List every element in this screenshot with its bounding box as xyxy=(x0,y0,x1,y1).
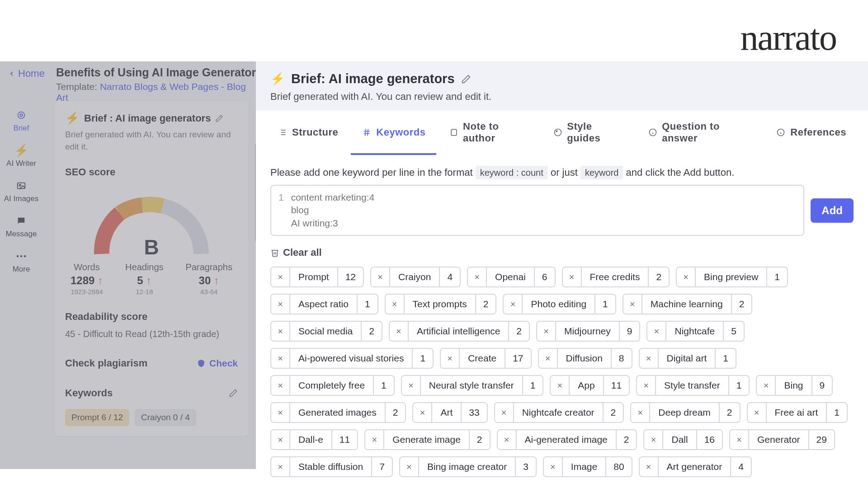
tag-count[interactable]: 9 xyxy=(812,376,832,395)
tab-label: Style guides xyxy=(567,121,624,144)
metric-label: Words xyxy=(71,262,103,272)
remove-tag-button[interactable]: × xyxy=(371,267,390,286)
side-nav-more[interactable]: More xyxy=(13,250,30,274)
remove-tag-button[interactable]: × xyxy=(365,430,384,449)
tag-count[interactable]: 1 xyxy=(374,376,394,395)
side-nav-brief[interactable]: Brief xyxy=(14,109,29,133)
remove-tag-button[interactable]: × xyxy=(637,376,656,395)
tag-count[interactable]: 29 xyxy=(809,430,834,449)
tag-count[interactable]: 1 xyxy=(716,349,736,368)
add-button[interactable]: Add xyxy=(811,198,854,223)
pencil-icon[interactable] xyxy=(461,74,471,84)
tag-count[interactable]: 2 xyxy=(720,403,740,422)
tag-count[interactable]: 1 xyxy=(413,349,433,368)
remove-tag-button[interactable]: × xyxy=(271,267,290,286)
remove-tag-button[interactable]: × xyxy=(390,322,409,341)
tag-count[interactable]: 1 xyxy=(767,267,787,286)
remove-tag-button[interactable]: × xyxy=(271,349,290,368)
tab-keywords[interactable]: Keywords xyxy=(351,111,436,155)
remove-tag-button[interactable]: × xyxy=(495,403,514,422)
side-nav-ai-writer[interactable]: ⚡ AI Writer xyxy=(6,145,36,168)
tag-count[interactable]: 2 xyxy=(649,267,669,286)
tag-count[interactable]: 2 xyxy=(476,295,496,314)
remove-tag-button[interactable]: × xyxy=(271,295,290,314)
remove-tag-button[interactable]: × xyxy=(647,322,666,341)
keyword-chip[interactable]: Prompt 6 / 12 xyxy=(65,409,129,426)
tag-count[interactable]: 2 xyxy=(617,430,637,449)
keyword-tag: ×Dall-e11 xyxy=(270,429,358,450)
remove-tag-button[interactable]: × xyxy=(677,267,696,286)
remove-tag-button[interactable]: × xyxy=(441,349,460,368)
remove-tag-button[interactable]: × xyxy=(504,295,523,314)
tag-count[interactable]: 8 xyxy=(612,349,632,368)
remove-tag-button[interactable]: × xyxy=(468,267,487,286)
tag-count[interactable]: 80 xyxy=(606,457,631,476)
tag-count[interactable]: 1 xyxy=(358,295,377,314)
keyword-textarea[interactable] xyxy=(291,191,797,230)
tab-note-to-author[interactable]: Note to author xyxy=(438,111,540,155)
keyword-chip[interactable]: Craiyon 0 / 4 xyxy=(135,409,196,426)
tag-text: Prompt xyxy=(290,267,338,286)
remove-tag-button[interactable]: × xyxy=(386,295,405,314)
remove-tag-button[interactable]: × xyxy=(498,430,517,449)
remove-tag-button[interactable]: × xyxy=(631,403,650,422)
remove-tag-button[interactable]: × xyxy=(757,376,776,395)
tag-count[interactable]: 6 xyxy=(535,267,555,286)
remove-tag-button[interactable]: × xyxy=(271,376,290,395)
clear-all-button[interactable]: Clear all xyxy=(270,247,322,258)
tag-count[interactable]: 2 xyxy=(470,430,490,449)
brand-logo: narrato xyxy=(740,17,836,58)
tab-question[interactable]: Question to answer xyxy=(637,111,764,155)
tab-style-guides[interactable]: Style guides xyxy=(542,111,636,155)
side-nav-message[interactable]: Message xyxy=(6,215,37,239)
remove-tag-button[interactable]: × xyxy=(551,376,570,395)
tag-count[interactable]: 12 xyxy=(338,267,363,286)
tag-count[interactable]: 5 xyxy=(724,322,744,341)
pencil-icon[interactable] xyxy=(229,389,238,398)
tag-count[interactable]: 1 xyxy=(729,376,749,395)
tag-count[interactable]: 11 xyxy=(332,430,357,449)
tag-text: Deep dream xyxy=(650,403,720,422)
tag-count[interactable]: 4 xyxy=(731,457,751,476)
remove-tag-button[interactable]: × xyxy=(402,376,421,395)
remove-tag-button[interactable]: × xyxy=(413,403,432,422)
side-nav-ai-images[interactable]: AI Images xyxy=(4,180,39,203)
tag-count[interactable]: 2 xyxy=(509,322,529,341)
remove-tag-button[interactable]: × xyxy=(271,457,290,476)
tag-count[interactable]: 4 xyxy=(440,267,460,286)
tag-count[interactable]: 16 xyxy=(697,430,722,449)
tag-count[interactable]: 3 xyxy=(516,457,536,476)
remove-tag-button[interactable]: × xyxy=(400,457,419,476)
remove-tag-button[interactable]: × xyxy=(539,349,558,368)
tag-count[interactable]: 2 xyxy=(362,322,382,341)
tag-count[interactable]: 1 xyxy=(827,403,847,422)
remove-tag-button[interactable]: × xyxy=(640,457,659,476)
tag-count[interactable]: 11 xyxy=(604,376,629,395)
tag-count[interactable]: 9 xyxy=(620,322,640,341)
plagiarism-check-button[interactable]: Check xyxy=(197,358,238,369)
remove-tag-button[interactable]: × xyxy=(623,295,642,314)
remove-tag-button[interactable]: × xyxy=(271,322,290,341)
remove-tag-button[interactable]: × xyxy=(748,403,767,422)
plagiarism-action: Check xyxy=(209,358,238,369)
tag-count[interactable]: 17 xyxy=(505,349,530,368)
tab-structure[interactable]: Structure xyxy=(267,111,349,155)
tag-count[interactable]: 7 xyxy=(372,457,392,476)
tab-references[interactable]: References xyxy=(765,111,857,155)
pencil-icon[interactable] xyxy=(215,114,223,122)
remove-tag-button[interactable]: × xyxy=(271,430,290,449)
tag-count[interactable]: 1 xyxy=(595,295,615,314)
remove-tag-button[interactable]: × xyxy=(730,430,749,449)
remove-tag-button[interactable]: × xyxy=(544,457,563,476)
tag-count[interactable]: 2 xyxy=(732,295,752,314)
remove-tag-button[interactable]: × xyxy=(563,267,582,286)
tab-label: References xyxy=(790,127,846,138)
tag-count[interactable]: 33 xyxy=(462,403,486,422)
remove-tag-button[interactable]: × xyxy=(537,322,556,341)
remove-tag-button[interactable]: × xyxy=(271,403,290,422)
remove-tag-button[interactable]: × xyxy=(644,430,663,449)
tag-count[interactable]: 2 xyxy=(604,403,623,422)
tag-count[interactable]: 1 xyxy=(523,376,543,395)
remove-tag-button[interactable]: × xyxy=(640,349,659,368)
tag-count[interactable]: 2 xyxy=(386,403,406,422)
